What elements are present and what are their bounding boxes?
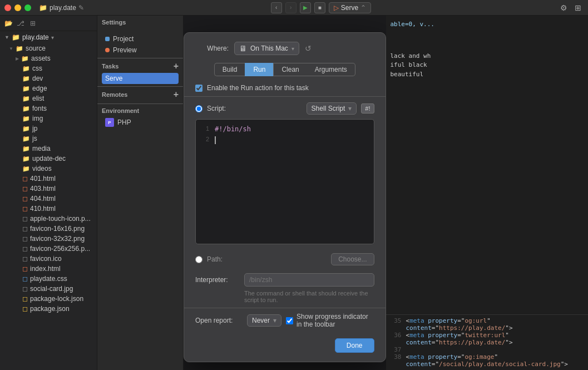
where-selector[interactable]: 🖥 On This Mac ▾ [234,42,299,55]
sidebar-item-source[interactable]: ▼ 📁 source [0,43,97,53]
right-code-line-3: iful black [391,61,584,70]
sidebar-item-fonts[interactable]: 📁 fonts [0,103,97,114]
tab-build[interactable]: Build [214,63,245,76]
grid-view-icon[interactable]: ⊞ [28,18,38,28]
html-file-icon-404: ◻ [22,195,28,203]
css-folder-icon: 📁 [22,65,30,72]
sidebar-item-favicon16[interactable]: ◻ favicon-16x16.png [0,224,97,234]
sidebar-item-media[interactable]: 📁 media [0,144,97,154]
file-label: 📁 play.date ✎ [39,4,84,12]
php-badge: P [105,118,114,127]
sidebar-item-css[interactable]: 📁 css [0,63,97,73]
js-folder-icon: 📁 [22,135,30,142]
tabs-row: Build Run Clean Arguments [184,60,386,80]
panel-item-serve[interactable]: Serve [102,73,179,84]
report-value: Never [252,317,270,324]
where-chevron-icon: ▾ [291,46,294,52]
open-report-label: Open report: [195,317,243,324]
sidebar-item-assets[interactable]: ▶ 📁 assets [0,53,97,63]
refresh-button[interactable]: ↺ [305,44,312,53]
nav-back-button[interactable]: ‹ [271,2,282,13]
sidebar-item-index[interactable]: ◻ index.html [0,264,97,274]
panel-item-preview[interactable]: Preview [102,45,179,56]
sidebar-item-apple-touch[interactable]: ◻ apple-touch-icon.p... [0,214,97,224]
sidebar-item-social-card[interactable]: ◻ social-card.jpg [0,284,97,294]
gear-icon[interactable]: ⚙ [558,2,569,13]
folder-view-icon[interactable]: 📂 [3,18,13,28]
php-label: PHP [117,119,131,126]
favicon256-icon: ◻ [22,245,28,253]
sidebar-item-elist[interactable]: 📁 elist [0,93,97,103]
sidebar-item-favicon32[interactable]: ◻ favicon-32x32.png [0,234,97,244]
project-title[interactable]: ▼ 📁 play.date ▾ [0,31,97,43]
path-label[interactable]: Path: [207,255,223,263]
sidebar-item-410[interactable]: ◻ 410.html [0,204,97,214]
code-editor[interactable]: 1 #!/bin/sh 2 [195,119,374,244]
panel-item-project[interactable]: Project [102,33,179,45]
right-panel: able=0, v... lack and wh iful black beau… [386,16,589,370]
chevron-down-icon: ▼ [9,46,13,51]
env-item-php[interactable]: P PHP [102,116,179,129]
sidebar-item-favicon-ico[interactable]: ◻ favicon.ico [0,254,97,264]
bottom-code-line-36: 36 <meta property="twitter:url" content=… [391,332,584,346]
hash-button[interactable]: #! [361,103,374,114]
sidebar: 📂 ⎇ ⊞ ▼ 📁 play.date ▾ ▼ 📁 source ▶ 📁 ass… [0,16,97,370]
path-radio[interactable] [195,256,202,263]
environment-section: Environment P PHP [97,104,183,131]
done-button[interactable]: Done [335,338,374,353]
sidebar-item-update-dec[interactable]: 📁 update-dec [0,154,97,164]
sidebar-item-img[interactable]: 📁 img [0,114,97,124]
scheme-selector[interactable]: ▷ Serve ⌃ [329,2,371,13]
sidebar-item-dev[interactable]: 📁 dev [0,73,97,83]
sidebar-item-package[interactable]: ◻ package.json [0,304,97,314]
script-type-selector[interactable]: Shell Script ▾ [307,102,357,115]
interpreter-input[interactable] [244,273,374,287]
bottom-code-line-37: 37 [391,346,584,353]
sidebar-item-package-lock[interactable]: ◻ package-lock.json [0,294,97,304]
enable-row: Enable the Run action for this task [184,80,386,96]
tab-run[interactable]: Run [245,63,273,76]
sidebar-item-js[interactable]: 📁 js [0,134,97,144]
close-button[interactable] [4,4,11,11]
sidebar-item-404[interactable]: ◻ 404.html [0,194,97,204]
open-report-row: Open report: Never ▾ Show progress indic… [184,308,386,333]
bottom-code-line-35: 35 <meta property="og:url" content="http… [391,317,584,332]
script-label[interactable]: Script: [207,105,226,112]
sidebar-item-403[interactable]: ◻ 403.html [0,184,97,194]
where-value: On This Mac [250,45,288,52]
tasks-section: Tasks + Serve [97,58,183,86]
show-progress-checkbox[interactable] [286,317,293,324]
sidebar-item-401[interactable]: ◻ 401.html [0,174,97,184]
show-progress-check: Show progress indicator in the toolbar [286,313,374,328]
tab-arguments[interactable]: Arguments [307,63,355,76]
fullscreen-button[interactable] [24,4,31,11]
enable-label[interactable]: Enable the Run action for this task [207,84,309,92]
sidebar-item-videos[interactable]: 📁 videos [0,164,97,174]
sidebar-item-playdate-css[interactable]: ◻ playdate.css [0,274,97,284]
dev-folder-icon: 📁 [22,75,30,82]
source-control-icon[interactable]: ⎇ [16,18,26,28]
scheme-chevron-icon: ⌃ [360,4,366,12]
report-selector[interactable]: Never ▾ [247,314,281,327]
enable-checkbox[interactable] [195,85,202,92]
sidebar-item-jp[interactable]: 📁 jp [0,124,97,134]
run-button[interactable]: ▶ [300,2,311,13]
remotes-add-button[interactable]: + [174,90,179,99]
done-row: Done [184,333,386,362]
layout-icon[interactable]: ⊞ [572,2,584,13]
choose-button[interactable]: Choose... [331,253,374,265]
minimize-button[interactable] [14,4,21,11]
sidebar-item-edge[interactable]: 📁 edge [0,83,97,93]
remotes-header: Remotes + [102,90,179,99]
file-edit-icon: ✎ [78,4,84,12]
preview-dot [105,48,110,52]
tab-clean[interactable]: Clean [273,63,307,76]
script-radio[interactable] [195,105,202,112]
show-progress-label[interactable]: Show progress indicator in the toolbar [297,313,374,328]
tasks-add-button[interactable]: + [174,62,179,71]
middle-panel: Settings Project Preview Tasks + Serve [97,16,184,370]
filename-label: play.date [50,4,76,12]
sidebar-item-favicon256[interactable]: ◻ favicon-256x256.p... [0,244,97,254]
titlebar-right: ⚙ ⊞ [558,2,584,13]
update-dec-folder-icon: 📁 [22,155,30,162]
